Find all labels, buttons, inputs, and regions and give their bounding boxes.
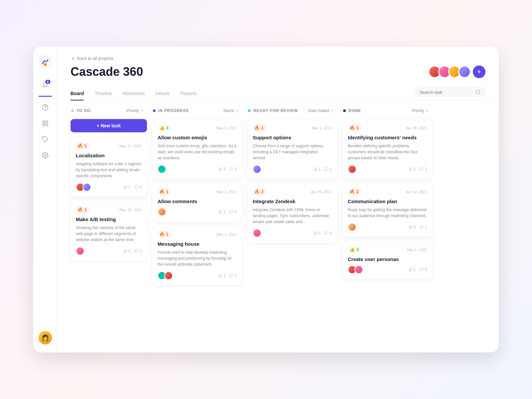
team-avatar-4 <box>458 66 471 78</box>
card-title: Allow custom emojis <box>158 135 237 140</box>
tab-milestones[interactable]: Milestones <box>123 87 145 100</box>
tab-timeline[interactable]: Timeline <box>94 87 112 100</box>
search-icon <box>475 89 481 95</box>
column-done-header: DONE Priority <box>342 107 432 114</box>
search-input[interactable] <box>420 90 473 95</box>
card-avatars <box>76 247 84 255</box>
attachment-count: 1 <box>123 185 131 190</box>
svg-point-0 <box>38 55 53 69</box>
sidebar-settings-icon[interactable] <box>39 149 52 162</box>
card-title: Integrate Zendesk <box>253 199 332 204</box>
card-meta: 1 1 <box>314 167 332 172</box>
column-todo-title: TO DO <box>76 108 90 113</box>
new-task-button[interactable]: + New task <box>70 119 147 132</box>
card-meta: 4 6 <box>218 167 237 172</box>
card-desc: Choose from a range of support options, … <box>253 143 332 161</box>
card-meta: 1 2 <box>218 273 237 278</box>
card-date: May 27, 2021 <box>119 144 142 148</box>
card-ab-testing[interactable]: 🔥1 May 25, 2021 Make A/B testing Showing… <box>70 201 147 261</box>
card-top: 🔥1 May 2, 2021 <box>158 188 237 195</box>
svg-rect-4 <box>43 121 45 123</box>
card-date: May 1, 2021 <box>407 248 427 252</box>
review-sort-button[interactable]: Date Added <box>306 107 336 114</box>
card-avatar-1 <box>158 207 166 216</box>
tab-reports[interactable]: Reports <box>181 87 197 100</box>
done-sort-button[interactable]: Priority <box>409 107 432 114</box>
priority-badge: 👍3 <box>348 246 361 253</box>
card-date: Apr 28, 2021 <box>406 126 427 130</box>
app-logo[interactable] <box>38 55 53 69</box>
sidebar-user-avatar[interactable]: 👩 <box>39 331 52 344</box>
attachment-count: 5 <box>409 167 416 172</box>
card-localization[interactable]: 🔥1 May 27, 2021 Localization Adapting so… <box>70 137 147 197</box>
card-desc: Adapting software for a tier-1 regions b… <box>76 161 142 179</box>
card-title: Localization <box>76 153 142 158</box>
attachment-count: 1 <box>314 167 321 172</box>
card-avatars <box>253 229 261 237</box>
card-desc: Road map for getting the message deliver… <box>348 207 427 219</box>
column-title-group-review: READY FOR REVIEW <box>248 108 298 113</box>
card-top: 👍3 May 3, 2021 <box>158 124 237 131</box>
card-messaging-house[interactable]: 🔥1 May 1, 2021 Messaging house Format us… <box>152 225 242 285</box>
card-top: 👍3 May 1, 2021 <box>348 246 427 253</box>
card-footer: 1 4 <box>76 183 142 192</box>
column-title-group-inprogress: IN PROGRESS <box>153 108 189 113</box>
column-review-header: READY FOR REVIEW Date Added <box>247 107 337 114</box>
back-to-projects-link[interactable]: Back to all projects <box>70 56 485 61</box>
card-meta: 5 2 <box>409 167 427 172</box>
card-avatar-1 <box>348 165 356 174</box>
sidebar-notifications-icon[interactable]: 8 <box>39 78 52 92</box>
column-todo-header: TO DO Priority <box>70 107 147 114</box>
priority-badge: 🔥1 <box>158 188 171 195</box>
tab-board[interactable]: Board <box>70 87 84 100</box>
column-done: DONE Priority 🔥1 Apr 28, 2021 Identifyin… <box>342 107 432 346</box>
card-top: 🔥1 May 1, 2021 <box>158 231 237 238</box>
card-top: 🔥2 Apr 12, 2021 <box>348 188 427 195</box>
card-avatars <box>253 165 261 174</box>
tab-details[interactable]: Details <box>156 87 170 100</box>
todo-sort-button[interactable]: Priority <box>124 107 146 114</box>
card-meta: 0 1 <box>409 225 427 229</box>
card-meta: 2 6 <box>218 209 237 214</box>
card-allow-comments[interactable]: 🔥1 May 2, 2021 Allow comments 2 <box>152 183 242 221</box>
inprogress-sort-button[interactable]: Name <box>221 107 241 114</box>
card-desc: Add more custom emoji, gifs, reactions. … <box>158 143 237 161</box>
add-member-button[interactable]: + <box>473 66 485 78</box>
svg-rect-5 <box>46 121 48 123</box>
card-communication-plan[interactable]: 🔥2 Apr 12, 2021 Communication plan Road … <box>342 183 432 237</box>
svg-point-2 <box>44 64 46 66</box>
card-meta: 4 4 <box>314 231 332 235</box>
card-title: Create user personas <box>348 256 427 262</box>
attachment-count: 4 <box>218 167 226 172</box>
card-footer: 1 8 <box>348 265 427 274</box>
sidebar-board-icon[interactable] <box>39 117 52 130</box>
card-integrate-zendesk[interactable]: 🔥2 Apr 20, 2021 Integrate Zendesk Integr… <box>247 183 337 243</box>
card-footer: 2 6 <box>158 207 237 216</box>
card-create-user-personas[interactable]: 👍3 May 1, 2021 Create user personas 1 <box>342 241 432 279</box>
card-top: 🔥1 Apr 28, 2021 <box>348 124 427 131</box>
sidebar-puzzle-icon[interactable] <box>39 133 52 146</box>
card-top: 🔥1 May 25, 2021 <box>76 206 142 213</box>
inprogress-status-dot <box>153 109 156 112</box>
svg-rect-7 <box>46 124 48 126</box>
card-avatars <box>158 207 166 216</box>
card-top: 🔥2 Apr 20, 2021 <box>253 188 332 195</box>
card-avatars <box>348 165 356 174</box>
attachment-count: 1 <box>409 267 416 272</box>
card-support-options[interactable]: 🔥1 May 1, 2021 Support options Choose fr… <box>247 119 337 179</box>
user-avatar-image: 👩 <box>39 331 52 344</box>
column-todo: TO DO Priority + New task 🔥1 May 27, 202… <box>70 107 147 346</box>
card-custom-emojis[interactable]: 👍3 May 3, 2021 Allow custom emojis Add m… <box>152 119 242 179</box>
priority-badge: 🔥2 <box>348 188 361 195</box>
project-title: Cascade 360 <box>70 65 143 79</box>
column-review: READY FOR REVIEW Date Added 🔥1 May 1, 20… <box>247 107 337 346</box>
card-avatar-1 <box>158 165 166 174</box>
sidebar-analytics-icon[interactable] <box>39 101 52 114</box>
notification-badge: 8 <box>45 80 51 84</box>
card-identifying-customers[interactable]: 🔥1 Apr 28, 2021 Identifying customers' n… <box>342 119 432 179</box>
card-meta: 1 8 <box>409 267 427 272</box>
kanban-board: TO DO Priority + New task 🔥1 May 27, 202… <box>57 100 499 352</box>
card-avatars <box>158 271 173 280</box>
sidebar-active-indicator <box>39 96 52 97</box>
priority-badge: 🔥2 <box>253 188 266 195</box>
